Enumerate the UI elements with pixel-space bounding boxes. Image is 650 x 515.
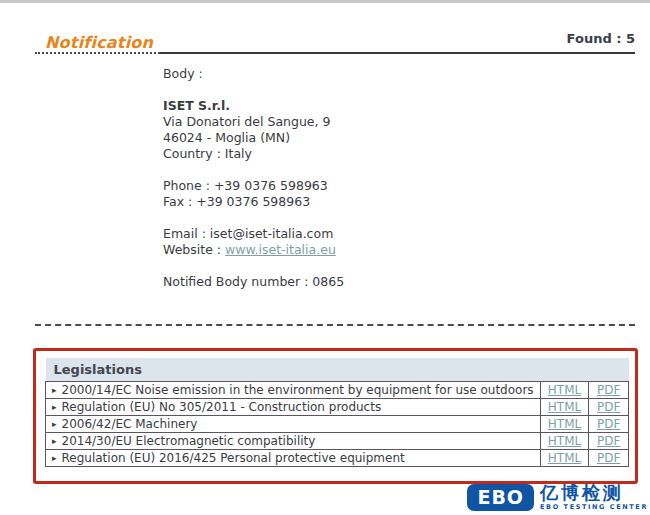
notified-body-number: Notified Body number : 0865 (163, 274, 344, 290)
legislations-table-body: ▸2000/14/EC Noise emission in the enviro… (46, 382, 629, 467)
ebo-logo-subtitle: EBO TESTING CENTER (540, 504, 648, 511)
legislation-label: 2000/14/EC Noise emission in the environ… (62, 383, 534, 397)
legislation-label: Regulation (EU) 2016/425 Personal protec… (62, 451, 405, 465)
triangle-bullet-icon: ▸ (52, 385, 57, 395)
body-phone: Phone : +39 0376 598963 (163, 178, 344, 194)
html-link[interactable]: HTML (548, 417, 581, 431)
pdf-link[interactable]: PDF (597, 434, 620, 448)
body-fax: Fax : +39 0376 598963 (163, 194, 344, 210)
html-link[interactable]: HTML (548, 383, 581, 397)
found-count-label: Found : 5 (567, 31, 635, 46)
legislation-label: 2014/30/EU Electromagnetic compatibility (62, 434, 316, 448)
title-underline-solid (160, 52, 635, 54)
legislations-section: Legislations ▸2000/14/EC Noise emission … (45, 358, 629, 467)
legislation-name-cell: ▸2000/14/EC Noise emission in the enviro… (46, 382, 541, 399)
legislation-row: ▸Regulation (EU) 2016/425 Personal prote… (46, 450, 629, 467)
website-link[interactable]: www.iset-italia.eu (225, 242, 336, 257)
html-link[interactable]: HTML (548, 451, 581, 465)
website-label: Website : (163, 242, 225, 257)
body-country: Country : Italy (163, 146, 344, 162)
triangle-bullet-icon: ▸ (52, 419, 57, 429)
triangle-bullet-icon: ▸ (52, 436, 57, 446)
triangle-bullet-icon: ▸ (52, 402, 57, 412)
ebo-logo-badge: EBO (467, 484, 534, 511)
legislation-label: 2006/42/EC Machinery (62, 417, 198, 431)
email-value: iset@iset-italia.com (210, 226, 333, 241)
triangle-bullet-icon: ▸ (52, 453, 57, 463)
pdf-link[interactable]: PDF (597, 451, 620, 465)
body-address-line2: 46024 - Moglia (MN) (163, 130, 344, 146)
ebo-logo-chinese-text: 亿博检测 (540, 484, 624, 502)
body-website-line: Website : www.iset-italia.eu (163, 242, 344, 258)
pdf-link[interactable]: PDF (597, 417, 620, 431)
page-title: Notification (45, 33, 153, 52)
dashed-divider (35, 324, 635, 326)
html-link[interactable]: HTML (548, 400, 581, 414)
title-underline-dotted (35, 52, 160, 54)
legislation-name-cell: ▸2006/42/EC Machinery (46, 416, 541, 433)
legislation-row: ▸2000/14/EC Noise emission in the enviro… (46, 382, 629, 399)
email-label: Email : (163, 226, 210, 241)
legislation-row: ▸2014/30/EU Electromagnetic compatibilit… (46, 433, 629, 450)
pdf-link[interactable]: PDF (597, 400, 620, 414)
legislation-row: ▸Regulation (EU) No 305/2011 - Construct… (46, 399, 629, 416)
pdf-link[interactable]: PDF (597, 383, 620, 397)
legislation-row: ▸2006/42/EC Machinery HTML PDF (46, 416, 629, 433)
body-name: ISET S.r.l. (163, 98, 344, 114)
legislation-label: Regulation (EU) No 305/2011 - Constructi… (62, 400, 382, 414)
top-divider-strip (0, 0, 650, 3)
legislation-name-cell: ▸2014/30/EU Electromagnetic compatibilit… (46, 433, 541, 450)
body-label: Body : (163, 66, 344, 82)
body-details-block: Body : ISET S.r.l. Via Donatori del Sang… (163, 66, 344, 290)
legislation-name-cell: ▸Regulation (EU) No 305/2011 - Construct… (46, 399, 541, 416)
legislations-header: Legislations (46, 358, 629, 382)
html-link[interactable]: HTML (548, 434, 581, 448)
body-address-line1: Via Donatori del Sangue, 9 (163, 114, 344, 130)
legislation-name-cell: ▸Regulation (EU) 2016/425 Personal prote… (46, 450, 541, 467)
body-email-line: Email : iset@iset-italia.com (163, 226, 344, 242)
ebo-watermark-logo: EBO 亿博检测 EBO TESTING CENTER (467, 484, 648, 511)
legislations-table: Legislations ▸2000/14/EC Noise emission … (45, 358, 629, 467)
